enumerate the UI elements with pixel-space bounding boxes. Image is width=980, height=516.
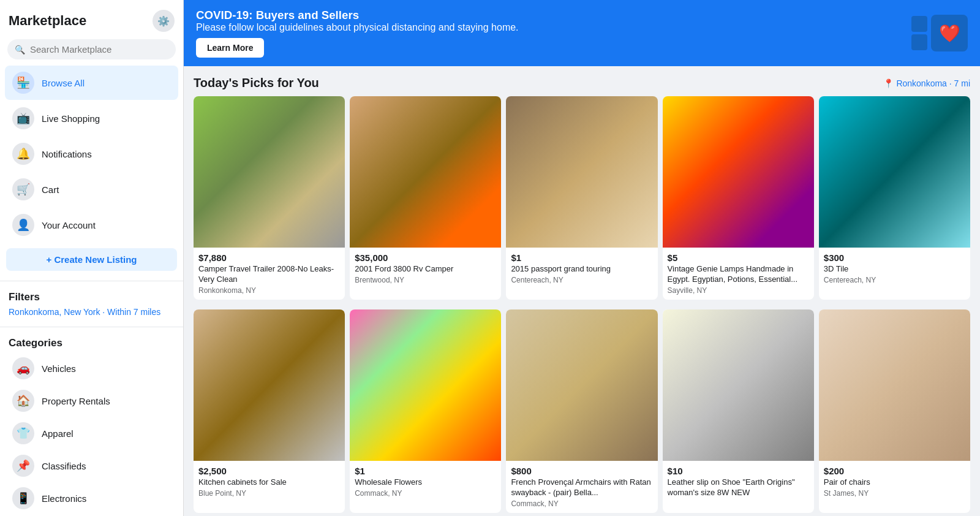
cart-icon: 🛒 (12, 178, 34, 200)
sidebar: Marketplace ⚙️ 🔍 🏪 Browse All 📺 Live Sho… (0, 0, 184, 516)
listing-price: $5 (668, 252, 809, 263)
category-electronics[interactable]: 📱 Electronics (5, 482, 178, 514)
listing-price: $300 (824, 252, 965, 263)
listing-price: $200 (824, 466, 965, 476)
listing-price: $1 (355, 466, 496, 476)
listing-price: $7,880 (198, 252, 340, 263)
listing-location: Centereach, NY (511, 276, 652, 284)
listing-location: Blue Point, NY (198, 489, 340, 498)
listing-image (350, 96, 501, 248)
banner-decoration (911, 16, 927, 50)
banner-sq2 (911, 34, 927, 50)
sidebar-divider-2 (0, 327, 183, 327)
sidebar-divider (0, 281, 183, 281)
banner-right: ❤️ (911, 15, 968, 51)
category-classifieds[interactable]: 📌 Classifieds (5, 450, 178, 482)
listing-card[interactable]: $35,000 2001 Ford 3800 Rv Camper Brentwo… (350, 96, 501, 300)
listing-card[interactable]: $7,880 Camper Travel Trailer 2008-No Lea… (194, 96, 345, 300)
listing-location: Sayville, NY (668, 286, 809, 295)
picks-header: Today's Picks for You 📍 Ronkonkoma · 7 m… (184, 66, 980, 96)
listing-card[interactable]: $1 2015 passport grand touring Centereac… (506, 96, 657, 300)
listing-card[interactable]: $300 3D Tile Centereach, NY (819, 96, 970, 300)
create-listing-button[interactable]: + Create New Listing (6, 248, 177, 271)
listing-card[interactable]: $2,500 Kitchen cabinets for Sale Blue Po… (194, 309, 345, 513)
category-property-rentals[interactable]: 🏠 Property Rentals (5, 385, 178, 417)
listing-image (506, 96, 657, 248)
listing-image (819, 96, 970, 248)
listing-image (350, 309, 501, 461)
sidebar-item-live-shopping[interactable]: 📺 Live Shopping (5, 101, 178, 135)
listing-image (663, 96, 814, 248)
gear-button[interactable]: ⚙️ (153, 10, 175, 32)
listing-title: Leather slip on Shoe "Earth Origins" wom… (668, 477, 809, 498)
sidebar-item-your-account[interactable]: 👤 Your Account (5, 208, 178, 242)
listing-image (506, 309, 657, 461)
cart-label: Cart (42, 184, 59, 195)
live-shopping-icon: 📺 (12, 107, 34, 129)
main-content: COVID-19: Buyers and Sellers Please foll… (184, 0, 980, 516)
listing-title: French Provençal Armchairs with Ratan sw… (511, 477, 652, 498)
listing-card[interactable]: $1 Wholesale Flowers Commack, NY (350, 309, 501, 513)
listing-title: Pair of chairs (824, 477, 965, 488)
classifieds-icon: 📌 (12, 455, 34, 477)
sidebar-item-notifications[interactable]: 🔔 Notifications (5, 137, 178, 171)
listing-image (194, 96, 345, 248)
listing-info: $10 Leather slip on Shoe "Earth Origins"… (663, 461, 814, 504)
sidebar-header: Marketplace ⚙️ (0, 0, 183, 37)
listing-info: $7,880 Camper Travel Trailer 2008-No Lea… (194, 248, 345, 300)
nav-list: 🏪 Browse All 📺 Live Shopping 🔔 Notificat… (0, 64, 183, 243)
vehicles-label: Vehicles (42, 363, 76, 374)
browse-all-icon: 🏪 (12, 72, 34, 94)
listing-title: Kitchen cabinets for Sale (198, 477, 340, 488)
listing-info: $2,500 Kitchen cabinets for Sale Blue Po… (194, 461, 345, 503)
notifications-icon: 🔔 (12, 143, 34, 165)
listing-location: Centereach, NY (824, 276, 965, 284)
category-vehicles[interactable]: 🚗 Vehicles (5, 352, 178, 384)
listing-card[interactable]: $200 Pair of chairs St James, NY (819, 309, 970, 513)
listing-info: $1 2015 passport grand touring Centereac… (506, 248, 657, 289)
listing-title: 2001 Ford 3800 Rv Camper (355, 264, 496, 275)
sidebar-title: Marketplace (9, 13, 86, 29)
learn-more-button[interactable]: Learn More (196, 38, 264, 58)
listing-location: St James, NY (824, 489, 965, 498)
covid-banner-description: Please follow local guidelines about phy… (196, 22, 911, 33)
listing-location: Commack, NY (355, 489, 496, 498)
search-bar-container: 🔍 (7, 39, 176, 59)
electronics-label: Electronics (42, 493, 86, 504)
listing-price: $1 (511, 252, 652, 263)
your-account-label: Your Account (42, 220, 96, 230)
search-icon: 🔍 (15, 45, 25, 55)
listing-location: Ronkonkoma, NY (198, 286, 340, 295)
listing-info: $35,000 2001 Ford 3800 Rv Camper Brentwo… (350, 248, 501, 289)
search-input[interactable] (30, 44, 168, 55)
listing-price: $2,500 (198, 466, 340, 476)
picks-location: 📍 Ronkonkoma · 7 mi (883, 78, 970, 88)
listing-card[interactable]: $5 Vintage Genie Lamps Handmade in Egypt… (663, 96, 814, 300)
filter-location[interactable]: Ronkonkoma, New York · Within 7 miles (0, 306, 183, 322)
category-apparel[interactable]: 👕 Apparel (5, 417, 178, 449)
listing-image (663, 309, 814, 461)
apparel-icon: 👕 (12, 422, 34, 444)
listing-price: $10 (668, 466, 809, 476)
listing-info: $1 Wholesale Flowers Commack, NY (350, 461, 501, 503)
listing-location: Brentwood, NY (355, 276, 496, 284)
listing-card[interactable]: $10 Leather slip on Shoe "Earth Origins"… (663, 309, 814, 513)
sidebar-item-browse-all[interactable]: 🏪 Browse All (5, 66, 178, 100)
vehicles-icon: 🚗 (12, 357, 34, 379)
sidebar-item-cart[interactable]: 🛒 Cart (5, 172, 178, 207)
listing-title: 2015 passport grand touring (511, 264, 652, 275)
your-account-icon: 👤 (12, 214, 34, 236)
listing-card[interactable]: $800 French Provençal Armchairs with Rat… (506, 309, 657, 513)
picks-title: Today's Picks for You (194, 76, 319, 90)
categories-list: 🚗 Vehicles 🏠 Property Rentals 👕 Apparel … (0, 352, 183, 516)
listing-title: Wholesale Flowers (355, 477, 496, 488)
classifieds-label: Classifieds (42, 461, 86, 471)
notifications-label: Notifications (42, 149, 92, 159)
listing-info: $5 Vintage Genie Lamps Handmade in Egypt… (663, 248, 814, 300)
listing-price: $800 (511, 466, 652, 476)
listings-row1: $7,880 Camper Travel Trailer 2008-No Lea… (184, 96, 980, 309)
picks-location-text: Ronkonkoma · 7 mi (896, 78, 970, 88)
property-rentals-label: Property Rentals (42, 396, 110, 406)
electronics-icon: 📱 (12, 487, 34, 509)
apparel-label: Apparel (42, 428, 74, 439)
